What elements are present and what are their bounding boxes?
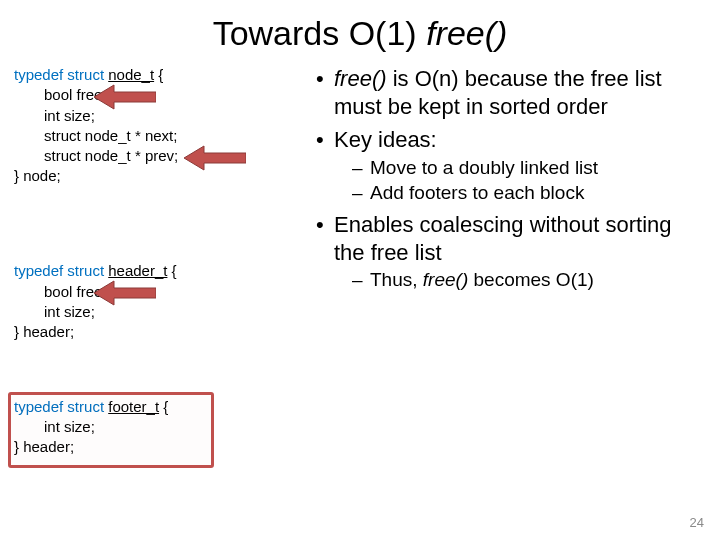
code-line: int size; xyxy=(44,106,314,126)
code-line: struct node_t * prev; xyxy=(44,146,314,166)
sub-bullet-item: Add footers to each block xyxy=(334,181,702,205)
bullet-item: free() is O(n) because the free list mus… xyxy=(314,65,702,120)
left-column: typedef struct node_t { bool free;int si… xyxy=(14,65,314,512)
bullet-list: free() is O(n) because the free list mus… xyxy=(314,65,702,292)
typename: header_t xyxy=(108,262,167,279)
right-column: free() is O(n) because the free list mus… xyxy=(314,65,702,512)
title-text-pre: Towards O(1) xyxy=(213,14,427,52)
code-block-header: typedef struct header_t { bool free;int … xyxy=(14,261,314,383)
title-text-ital: free() xyxy=(426,14,507,52)
code-block-footer: typedef struct footer_t { int size;} hea… xyxy=(14,397,314,498)
keyword: typedef struct xyxy=(14,262,108,279)
keyword: typedef struct xyxy=(14,398,108,415)
typename: node_t xyxy=(108,66,154,83)
brace: { xyxy=(159,398,168,415)
code-line: bool free; xyxy=(44,85,314,105)
code-line: int size; xyxy=(44,417,314,437)
content-columns: typedef struct node_t { bool free;int si… xyxy=(0,59,720,512)
brace: { xyxy=(154,66,163,83)
code-line: int size; xyxy=(44,302,314,322)
sub-bullet-item: Thus, free() becomes O(1) xyxy=(334,268,702,292)
sub-bullet-list: Move to a doubly linked list Add footers… xyxy=(334,156,702,206)
sub-bullet-item: Move to a doubly linked list xyxy=(334,156,702,180)
slide-title: Towards O(1) free() xyxy=(0,0,720,59)
code-line: } node; xyxy=(14,167,61,184)
code-line: bool free; xyxy=(44,282,314,302)
slide: Towards O(1) free() typedef struct node_… xyxy=(0,0,720,540)
sub-bullet-ital: free() xyxy=(423,269,468,290)
sub-bullet-list: Thus, free() becomes O(1) xyxy=(334,268,702,292)
page-number: 24 xyxy=(690,515,704,530)
bullet-text: Enables coalescing without sorting the f… xyxy=(334,212,672,265)
sub-bullet-pre: Thus, xyxy=(370,269,423,290)
bullet-text: Key ideas: xyxy=(334,127,437,152)
brace: { xyxy=(167,262,176,279)
bullet-item: Key ideas: Move to a doubly linked list … xyxy=(314,126,702,205)
sub-bullet-post: becomes O(1) xyxy=(468,269,594,290)
bullet-item: Enables coalescing without sorting the f… xyxy=(314,211,702,292)
typename: footer_t xyxy=(108,398,159,415)
bullet-ital: free() xyxy=(334,66,387,91)
code-line: } header; xyxy=(14,438,74,455)
keyword: typedef struct xyxy=(14,66,108,83)
code-line: } header; xyxy=(14,323,74,340)
code-line: struct node_t * next; xyxy=(44,126,314,146)
code-block-node: typedef struct node_t { bool free;int si… xyxy=(14,65,314,247)
